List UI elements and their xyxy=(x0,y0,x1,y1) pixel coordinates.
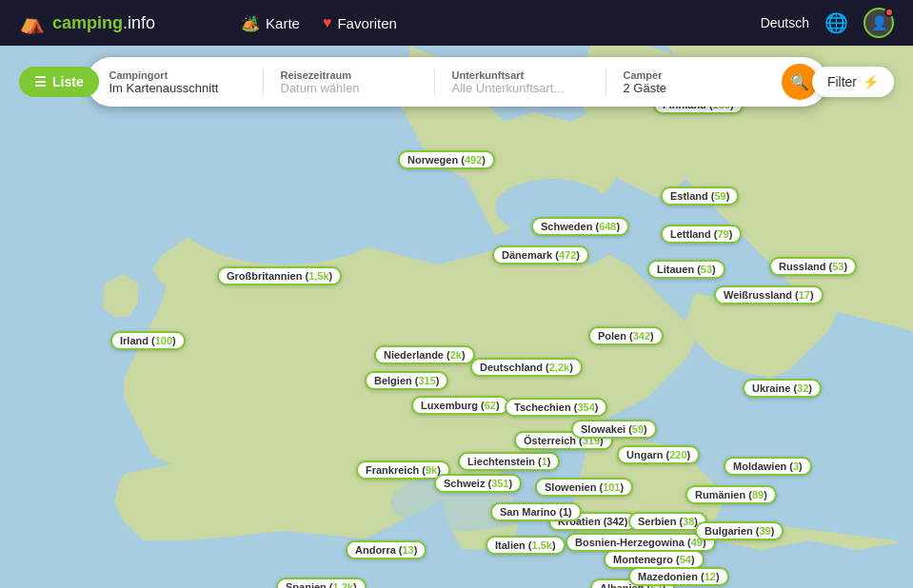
nav-map[interactable]: 🏕️ Karte xyxy=(241,14,300,32)
logo-text: camping.info xyxy=(52,13,155,33)
country-badge-san-marino[interactable]: San Marino (1) xyxy=(490,502,582,521)
user-icon: 👤 xyxy=(871,15,887,30)
campingort-label: Campingort xyxy=(109,69,246,81)
filter-button[interactable]: Filter ⚡ xyxy=(812,67,894,97)
country-badge-estland[interactable]: Estland (59) xyxy=(661,186,739,206)
list-label: Liste xyxy=(52,74,84,89)
campingort-value: Im Kartenausschnitt xyxy=(109,81,246,95)
country-badge-ukraine[interactable]: Ukraine (32) xyxy=(743,379,822,398)
country-badge-tschechien[interactable]: Tschechien (354) xyxy=(505,398,607,417)
country-badge-rumaenien[interactable]: Rumänien (89) xyxy=(685,485,777,504)
svg-point-15 xyxy=(171,150,400,265)
map-icon: 🏕️ xyxy=(241,14,260,32)
map-svg xyxy=(0,46,913,588)
country-badge-montenegro[interactable]: Montenegro (54) xyxy=(604,550,705,569)
country-badge-slowakei[interactable]: Slowakei (59) xyxy=(571,420,657,439)
country-badge-russland[interactable]: Russland (53) xyxy=(769,257,857,276)
filter-icon: ⚡ xyxy=(863,74,879,89)
country-badge-spanien[interactable]: Spanien (1,2k) xyxy=(276,578,367,588)
country-badge-andorra[interactable]: Andorra (13) xyxy=(346,540,427,559)
notification-dot xyxy=(884,8,894,17)
country-badge-liechtenstein[interactable]: Liechtenstein (1) xyxy=(458,452,560,471)
logo-tent-icon: ⛺ xyxy=(19,10,45,35)
map-container[interactable]: Norwegen (492)Schweden (648)Finnland (16… xyxy=(0,46,913,588)
country-badge-ungarn[interactable]: Ungarn (220) xyxy=(617,445,700,464)
filter-label: Filter xyxy=(827,74,857,89)
country-badge-polen[interactable]: Polen (342) xyxy=(588,326,664,345)
reisezeitraum-label: Reisezeitraum xyxy=(281,69,417,81)
country-badge-schweden[interactable]: Schweden (648) xyxy=(531,217,629,236)
unterkunftsart-value: Alle Unterkunftsart... xyxy=(452,81,588,95)
country-badge-belgien[interactable]: Belgien (315) xyxy=(365,371,448,390)
country-badge-deutschland[interactable]: Deutschland (2,2k) xyxy=(470,358,583,377)
camper-value: 2 Gäste xyxy=(624,81,761,95)
header: ⛺ camping.info 🏕️ Karte ♥ Favoriten Deut… xyxy=(0,0,913,46)
nav: 🏕️ Karte ♥ Favoriten xyxy=(241,14,397,32)
list-button[interactable]: ☰ Liste xyxy=(19,67,99,97)
logo-brand: camping xyxy=(52,13,123,32)
search-bar: Campingort Im Kartenausschnitt Reisezeit… xyxy=(87,57,827,107)
country-badge-irland[interactable]: Irland (100) xyxy=(110,331,186,350)
country-badge-grossbritannien[interactable]: Großbritannien (1,5k) xyxy=(217,266,342,285)
heart-icon: ♥ xyxy=(323,14,332,31)
nav-favorites-label: Favoriten xyxy=(337,15,397,31)
country-badge-bosnien[interactable]: Bosnien-Herzegowina (49) xyxy=(566,533,716,552)
unterkunftsart-field[interactable]: Unterkunftsart Alle Unterkunftsart... xyxy=(435,69,606,95)
unterkunftsart-label: Unterkunftsart xyxy=(452,69,588,81)
country-badge-norwegen[interactable]: Norwegen (492) xyxy=(398,150,495,169)
reisezeitraum-value: Datum wählen xyxy=(281,81,417,95)
nav-favorites[interactable]: ♥ Favoriten xyxy=(323,14,397,31)
list-icon: ☰ xyxy=(34,74,47,89)
logo[interactable]: ⛺ camping.info xyxy=(19,10,155,35)
nav-map-label: Karte xyxy=(266,15,300,31)
globe-icon[interactable]: 🌐 xyxy=(824,11,848,34)
country-badge-lettland[interactable]: Lettland (79) xyxy=(661,225,742,244)
reisezeitraum-field[interactable]: Reisezeitraum Datum wählen xyxy=(264,69,435,95)
country-badge-mazedonien[interactable]: Mazedonien (12) xyxy=(628,567,729,586)
country-badge-weissrussland[interactable]: Weißrussland (17) xyxy=(714,285,824,304)
country-badge-bulgarien[interactable]: Bulgarien (39) xyxy=(695,521,784,540)
user-avatar[interactable]: 👤 xyxy=(863,8,894,38)
country-badge-luxemburg[interactable]: Luxemburg (62) xyxy=(411,396,509,415)
country-badge-daenemark[interactable]: Dänemark (472) xyxy=(492,245,589,265)
camper-label: Camper xyxy=(624,69,761,81)
logo-tld: .info xyxy=(123,13,155,32)
language-selector[interactable]: Deutsch xyxy=(761,15,809,30)
country-badge-italien[interactable]: Italien (1,5k) xyxy=(486,536,566,555)
country-badge-slowenien[interactable]: Slowenien (101) xyxy=(535,478,633,497)
campingort-field[interactable]: Campingort Im Kartenausschnitt xyxy=(92,69,264,95)
country-badge-litauen[interactable]: Litauen (53) xyxy=(647,260,725,279)
country-badge-moldawien[interactable]: Moldawien (3) xyxy=(724,457,812,476)
country-badge-niederlande[interactable]: Niederlande (2k) xyxy=(374,345,475,364)
country-badge-schweiz[interactable]: Schweiz (351) xyxy=(434,474,522,493)
camper-field[interactable]: Camper 2 Gäste xyxy=(606,69,778,95)
header-right: Deutsch 🌐 👤 xyxy=(761,8,894,38)
